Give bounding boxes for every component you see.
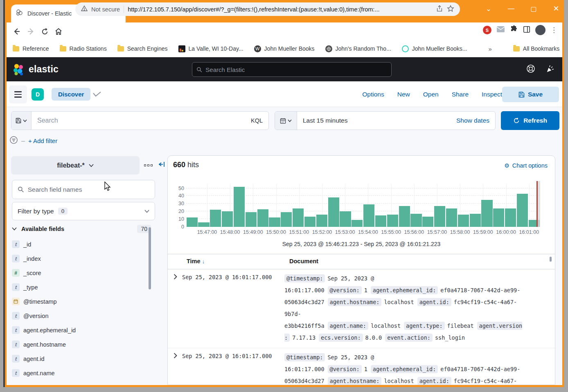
chevron-down-icon <box>89 164 94 167</box>
nav-menu-icon[interactable] <box>9 85 27 103</box>
bookmark-item[interactable]: John Mueller Books... <box>402 45 467 52</box>
show-dates-button[interactable]: Show dates <box>451 112 495 130</box>
histogram-bar <box>481 200 492 227</box>
document-table-scrollbar[interactable] <box>550 257 552 262</box>
extensions-puzzle-icon[interactable] <box>510 25 518 35</box>
browser-menu-icon[interactable]: ⋮ <box>550 26 557 34</box>
query-search-input[interactable] <box>32 112 245 130</box>
extension-mail-icon[interactable] <box>496 26 505 34</box>
reload-icon[interactable] <box>38 25 52 38</box>
saved-query-menu-button[interactable] <box>11 112 32 130</box>
filter-menu-icon[interactable] <box>9 136 18 146</box>
field-item[interactable]: tagent.hostname <box>12 337 147 352</box>
text-field-icon: t <box>12 355 20 363</box>
sort-descending-icon[interactable]: ↓ <box>202 258 205 264</box>
book-site-icon <box>402 45 409 52</box>
back-icon[interactable] <box>10 25 24 38</box>
space-avatar[interactable]: D <box>32 88 44 101</box>
histogram-bar <box>257 209 268 227</box>
field-search-input[interactable] <box>28 186 149 193</box>
window-minimize-icon[interactable]: — <box>503 2 519 15</box>
histogram-bar <box>281 212 292 227</box>
field-item[interactable]: @timestamp <box>12 294 147 309</box>
home-icon[interactable] <box>52 25 65 38</box>
profile-avatar[interactable] <box>535 25 545 35</box>
nav-link-new[interactable]: New <box>397 91 410 98</box>
field-key-badge: agent.ephemeral_id: <box>371 286 438 294</box>
elastic-logo[interactable]: elastic <box>7 63 59 76</box>
bookmark-item[interactable]: La Valle, WI 10-Day... <box>178 45 243 52</box>
breadcrumb[interactable]: Discover <box>52 88 90 101</box>
histogram-bar <box>375 215 386 227</box>
nav-link-inspect[interactable]: Inspect <box>482 91 502 98</box>
field-item[interactable]: tagent.name <box>12 366 147 380</box>
field-item[interactable]: t@version <box>12 309 147 323</box>
window-close-icon[interactable]: ✕ <box>548 2 564 15</box>
time-column-header[interactable]: Time ↓ <box>187 258 205 264</box>
all-bookmarks-button[interactable]: All Bookmarks <box>513 45 559 52</box>
time-range-button[interactable]: Last 15 minutes <box>297 112 451 130</box>
window-menu-icon[interactable]: ⌄ <box>480 2 497 15</box>
histogram-bar <box>470 214 481 227</box>
nav-link-options[interactable]: Options <box>362 91 384 98</box>
share-icon[interactable] <box>436 5 443 14</box>
index-pattern-label: filebeat-* <box>57 162 85 169</box>
bookmarks-overflow-chevron[interactable]: » <box>488 45 491 52</box>
x-tick-label: 15:59:00 <box>473 229 493 235</box>
sidebar-scrollbar[interactable] <box>149 227 151 289</box>
field-value: localhost <box>371 323 401 329</box>
filter-by-type-select[interactable]: Filter by type 0 <box>12 202 155 220</box>
field-key-badge: agent.hostname: <box>328 298 382 306</box>
save-button[interactable]: Save <box>502 87 559 102</box>
field-search[interactable] <box>12 180 155 199</box>
security-label[interactable]: Not secure <box>91 6 120 13</box>
nav-link-share[interactable]: Share <box>452 91 469 98</box>
chart-options-button[interactable]: ⚙ Chart options <box>504 162 548 169</box>
forward-icon[interactable] <box>24 25 38 38</box>
y-tick-label: 10 <box>178 216 184 222</box>
index-pattern-select[interactable]: filebeat-* <box>11 156 140 175</box>
kql-language-button[interactable]: KQL <box>245 112 268 130</box>
available-fields-header[interactable]: Available fields 70 <box>12 225 151 233</box>
add-filter-button[interactable]: + Add filter <box>28 137 57 144</box>
bookmark-item[interactable]: John's Random Tho... <box>325 45 391 52</box>
partial-bucket-band <box>537 181 540 227</box>
address-bar[interactable]: Not secure http://172.105.7.150/app/disc… <box>75 2 460 16</box>
field-value: 8.0.0 <box>365 334 382 341</box>
field-item[interactable]: tagent.ephemeral_id <box>12 323 147 337</box>
expand-row-icon[interactable] <box>168 352 182 385</box>
help-icon[interactable] <box>526 64 535 75</box>
field-item[interactable]: t_type <box>12 280 147 294</box>
collapse-sidebar-icon[interactable] <box>158 161 166 169</box>
tab-favicon-elastic-icon <box>15 9 23 18</box>
bookmarks-list: ReferenceRadio StationsSearch EnginesLa … <box>13 45 467 52</box>
histogram-plot[interactable] <box>186 181 540 227</box>
date-quick-menu-button[interactable] <box>275 112 297 130</box>
global-search[interactable] <box>192 62 392 77</box>
nav-link-open[interactable]: Open <box>423 91 439 98</box>
field-item[interactable]: t_index <box>12 251 147 266</box>
bookmark-item[interactable]: Radio Stations <box>60 45 107 52</box>
reading-list-icon[interactable] <box>523 26 530 35</box>
expand-row-icon[interactable] <box>168 273 182 344</box>
row-timestamp: Sep 25, 2023 @ 16:01:17.000 <box>182 352 284 385</box>
row-timestamp: Sep 25, 2023 @ 16:01:17.000 <box>182 273 284 344</box>
field-item[interactable]: #_score <box>12 266 147 280</box>
field-settings-icon[interactable] <box>144 164 153 166</box>
field-item[interactable]: tagent.id <box>12 352 147 366</box>
newsfeed-icon[interactable] <box>546 64 555 75</box>
bookmark-item[interactable]: WJohn Mueller Books <box>254 45 315 52</box>
extension-s-icon[interactable]: S <box>483 26 491 34</box>
global-search-input[interactable] <box>205 66 387 73</box>
histogram-bar <box>505 208 516 227</box>
bookmark-item[interactable]: Reference <box>13 45 49 52</box>
bookmark-item[interactable]: Search Engines <box>117 45 168 52</box>
chart-x-axis: 15:47:0015:48:0015:49:0015:50:0015:51:00… <box>186 229 540 236</box>
window-maximize-icon[interactable]: ▢ <box>525 2 542 15</box>
field-key-badge: @version: <box>328 286 362 294</box>
field-item[interactable]: t_id <box>12 237 147 251</box>
url-text[interactable]: http://172.105.7.150/app/discover#/?_g=(… <box>128 6 432 13</box>
bookmark-star-icon[interactable] <box>447 5 454 14</box>
refresh-button[interactable]: Refresh <box>501 111 559 130</box>
field-name: @version <box>23 313 48 319</box>
